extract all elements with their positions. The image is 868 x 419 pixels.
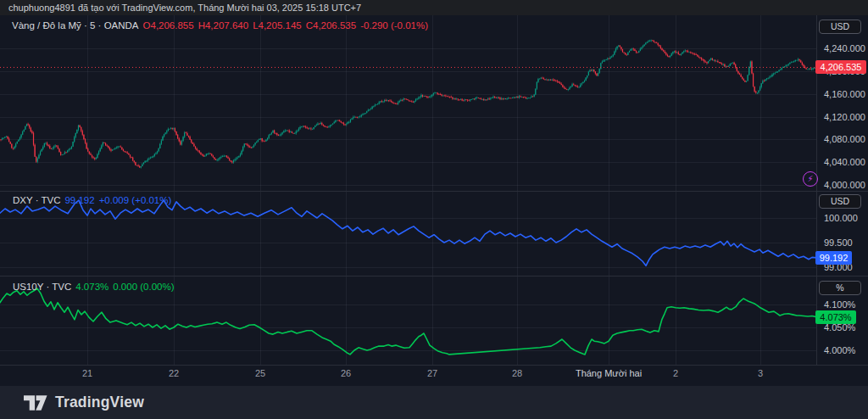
chart-plot-area[interactable] [0, 0, 868, 386]
symbol-title-dxy: DXY · TVC [13, 195, 60, 205]
ohlc-high: H4,207.640 [198, 20, 248, 31]
ohlc-low: L4,205.145 [253, 20, 302, 31]
time-label: 3 [758, 368, 763, 378]
time-label: 22 [169, 368, 179, 378]
change-us10y: 0.000 (0.00%) [113, 282, 174, 292]
time-label-month: Tháng Mười hai [576, 368, 642, 378]
ohlc-close: C4,206.535 [306, 20, 356, 31]
price-tick-label: 4,080.000 [824, 134, 865, 144]
axis-unit-button-us10y[interactable]: % [819, 281, 861, 295]
price-tick-label: 100.000 [824, 213, 858, 223]
price-tick-label: 4,040.000 [824, 157, 865, 167]
lightning-glyph: ⚡ [807, 175, 813, 183]
tradingview-wordmark[interactable]: TradingView [55, 394, 144, 411]
price-badge-us10y: 4.073% [815, 310, 856, 324]
time-axis[interactable]: 212225262728Tháng Mười hai23 [0, 366, 868, 386]
axis-unit-button-dxy[interactable]: USD [819, 194, 861, 209]
ohlc-open: O4,206.855 [143, 20, 194, 31]
price-tick-label: 99.500 [824, 237, 853, 248]
time-label: 21 [82, 368, 92, 378]
time-label: 2 [673, 368, 678, 378]
time-label: 28 [512, 368, 522, 378]
change-gold: -0.290 (-0.01%) [360, 20, 428, 31]
legend-dxy[interactable]: DXY · TVC99.192+0.009 (+0.01%) [13, 195, 175, 205]
legend-gold[interactable]: Vàng / Đô la Mỹ · 5 · OANDAO4,206.855H4,… [12, 20, 432, 31]
symbol-title-gold: Vàng / Đô la Mỹ · 5 · OANDA [12, 20, 139, 31]
price-badge-gold: 4,206.535 [815, 60, 866, 74]
price-tick-label: 4.050% [824, 322, 855, 332]
boost-icon[interactable]: ⚡ [803, 171, 818, 187]
price-tick-label: 4,120.000 [824, 112, 865, 122]
time-label: 26 [341, 368, 351, 378]
price-tick-label: 4,000.000 [824, 180, 865, 190]
axis-unit-button-gold[interactable]: USD [819, 20, 861, 34]
price-tick-label: 4.000% [824, 345, 855, 355]
legend-us10y[interactable]: US10Y · TVC4.073%0.000 (0.00%) [13, 282, 179, 292]
change-dxy: +0.009 (+0.01%) [99, 195, 172, 205]
price-tick-label: 4,240.000 [824, 43, 865, 53]
last-value-dxy: 99.192 [64, 195, 94, 205]
price-badge-dxy: 99.192 [815, 251, 852, 265]
attribution-bar: chuphuong4891 đã tạo với TradingView.com… [0, 0, 868, 15]
attribution-text: chuphuong4891 đã tạo với TradingView.com… [8, 3, 361, 13]
symbol-title-us10y: US10Y · TVC [13, 282, 71, 292]
footer-bar: TradingView [0, 386, 868, 419]
time-label: 27 [427, 368, 437, 378]
tradingview-logo-icon[interactable] [24, 395, 47, 411]
price-tick-label: 4.100% [824, 299, 855, 310]
tradingview-snapshot: { "topbar": { "attribution": "chuphuong4… [0, 0, 868, 419]
price-tick-label: 4,160.000 [824, 89, 865, 99]
last-value-us10y: 4.073% [75, 282, 108, 292]
time-label: 25 [255, 368, 265, 378]
